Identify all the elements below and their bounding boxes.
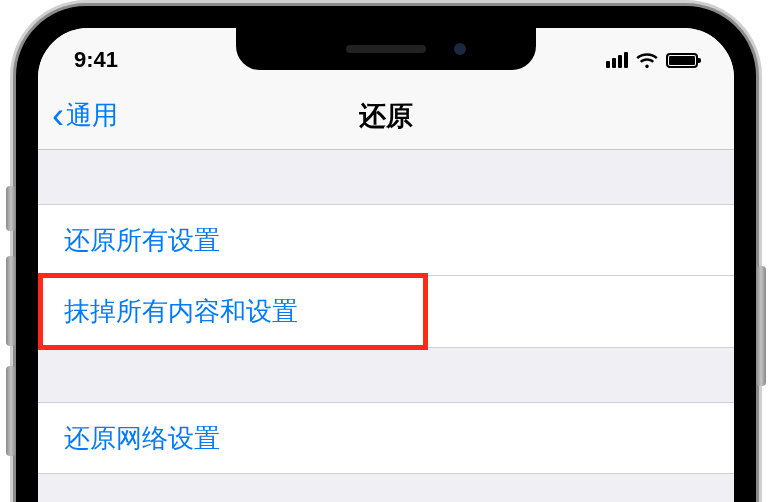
volume-up-button <box>6 256 16 346</box>
cellular-signal-icon <box>606 52 628 68</box>
chevron-left-icon: ‹ <box>52 98 64 134</box>
wifi-icon <box>636 52 658 68</box>
earpiece-speaker <box>346 45 426 53</box>
settings-list: 还原所有设置 抹掉所有内容和设置 还原网络设置 <box>38 150 734 474</box>
page-title: 还原 <box>359 98 413 134</box>
item-label: 还原网络设置 <box>64 421 220 456</box>
notch <box>236 28 536 70</box>
front-camera <box>454 43 466 55</box>
phone-frame: 9:41 ‹ 通用 还原 还原所有设置 <box>16 6 756 502</box>
back-label: 通用 <box>66 98 118 133</box>
back-button[interactable]: ‹ 通用 <box>38 98 118 134</box>
reset-all-settings-item[interactable]: 还原所有设置 <box>38 204 734 276</box>
battery-icon <box>666 53 698 68</box>
nav-bar: ‹ 通用 还原 <box>38 82 734 150</box>
erase-all-content-item[interactable]: 抹掉所有内容和设置 <box>38 276 734 348</box>
mute-switch <box>6 186 16 231</box>
clock: 9:41 <box>74 47 118 72</box>
side-button <box>756 266 766 386</box>
screen: 9:41 ‹ 通用 还原 还原所有设置 <box>38 28 734 502</box>
volume-down-button <box>6 366 16 456</box>
item-label: 还原所有设置 <box>64 223 220 258</box>
item-label: 抹掉所有内容和设置 <box>64 294 298 329</box>
reset-network-settings-item[interactable]: 还原网络设置 <box>38 402 734 474</box>
